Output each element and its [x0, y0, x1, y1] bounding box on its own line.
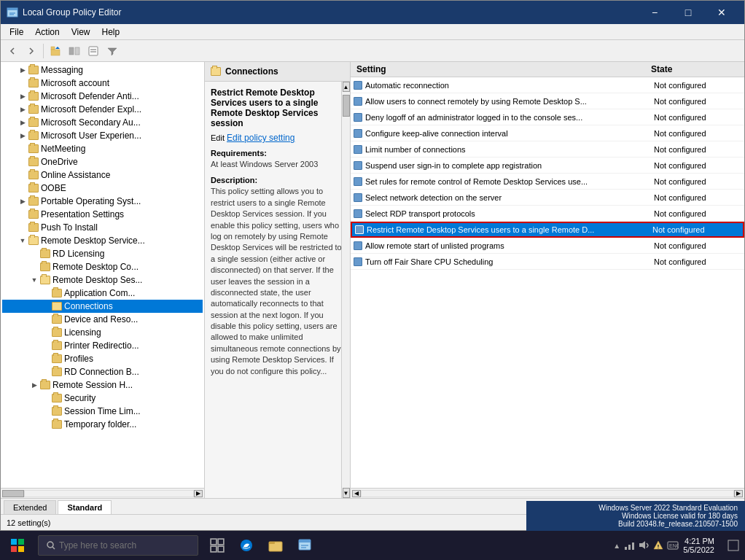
- tree-item-profiles[interactable]: Profiles: [2, 352, 203, 365]
- gpedit-taskbar-icon[interactable]: [292, 531, 318, 560]
- status-text: 12 setting(s): [7, 518, 51, 527]
- settings-row[interactable]: Select network detection on the server N…: [351, 190, 744, 206]
- tree-item-rd-session[interactable]: ▼ Remote Desktop Ses...: [2, 273, 203, 287]
- middle-content: Restrict Remote Desktop Services users t…: [205, 82, 350, 498]
- settings-row[interactable]: Turn off Fair Share CPU Scheduling Not c…: [351, 254, 744, 270]
- properties-button[interactable]: [85, 42, 102, 60]
- right-hscrollbar[interactable]: ◀ ▶: [351, 488, 744, 498]
- requirements-label: Requirements:: [211, 149, 344, 158]
- tree-item-connections[interactable]: Connections: [2, 300, 203, 313]
- settings-row[interactable]: Deny logoff of an administrator logged i…: [351, 109, 744, 125]
- tree-item-app-com[interactable]: Application Com...: [2, 287, 203, 300]
- system-clock[interactable]: 4:21 PM 5/5/2022: [683, 537, 720, 554]
- minimize-button[interactable]: −: [638, 1, 671, 24]
- maximize-button[interactable]: □: [671, 1, 705, 24]
- tree-item-netmeeting[interactable]: NetMeeting: [2, 142, 203, 155]
- tree-item-licensing[interactable]: Licensing: [2, 326, 203, 339]
- tree-item-ms-secondary[interactable]: ▶ Microsoft Secondary Au...: [2, 116, 203, 129]
- svg-rect-17: [211, 539, 217, 545]
- tree-item-ms-account[interactable]: Microsoft account: [2, 77, 203, 90]
- settings-row[interactable]: Automatic reconnection Not configured: [351, 77, 744, 93]
- task-view-button[interactable]: [204, 531, 230, 560]
- tree-item-security[interactable]: Security: [2, 392, 203, 405]
- tree-item-device-res[interactable]: Device and Reso...: [2, 313, 203, 326]
- tree-item-temp-folder[interactable]: Temporary folder...: [2, 418, 203, 431]
- tree-item-rd-licensing[interactable]: RD Licensing: [2, 247, 203, 260]
- tree-label: Profiles: [64, 354, 93, 364]
- tree-label: OOBE: [41, 183, 66, 193]
- tree-item-online-assistance[interactable]: Online Assistance: [2, 168, 203, 182]
- search-input[interactable]: [59, 540, 183, 551]
- settings-list: Automatic reconnection Not configured Al…: [351, 77, 744, 488]
- expand-icon: [40, 353, 52, 365]
- start-button[interactable]: [0, 531, 35, 560]
- edge-icon[interactable]: [233, 531, 260, 560]
- setting-name: Allow users to connect remotely by using…: [365, 97, 654, 106]
- network-icon[interactable]: [623, 540, 635, 551]
- tree-item-oobe[interactable]: OOBE: [2, 182, 203, 195]
- tree-hscrollbar[interactable]: ▶: [1, 488, 204, 498]
- edit-policy-link[interactable]: Edit policy setting: [227, 133, 295, 143]
- show-hide-button[interactable]: [66, 42, 83, 60]
- middle-vscrollbar[interactable]: ▲ ▼: [341, 82, 350, 498]
- up-button[interactable]: [47, 42, 64, 60]
- settings-row[interactable]: Limit number of connections Not configur…: [351, 141, 744, 158]
- tree-label: Device and Reso...: [64, 314, 138, 324]
- settings-row[interactable]: Select RDP transport protocols Not confi…: [351, 206, 744, 222]
- keyboard-icon[interactable]: ENG: [667, 540, 679, 551]
- tree-item-push-install[interactable]: Push To Install: [2, 221, 203, 234]
- tree-item-presentation[interactable]: Presentation Settings: [2, 208, 203, 221]
- tree-item-rd-conn-b[interactable]: RD Connection B...: [2, 365, 203, 378]
- back-button[interactable]: [4, 42, 21, 60]
- settings-row[interactable]: Set rules for remote control of Remote D…: [351, 174, 744, 190]
- taskbar-search[interactable]: [38, 535, 198, 556]
- windows-info-bar: Windows Server 2022 Standard Evaluation …: [526, 501, 745, 531]
- setting-state: Not configured: [654, 241, 741, 250]
- tab-extended[interactable]: Extended: [4, 500, 56, 514]
- close-button[interactable]: ✕: [705, 1, 738, 24]
- toolbar: [1, 40, 744, 62]
- svg-point-32: [658, 548, 658, 548]
- tree-item-rds[interactable]: ▼ Remote Desktop Service...: [2, 234, 203, 247]
- tree-label: Connections: [64, 301, 113, 311]
- volume-icon[interactable]: [638, 540, 650, 551]
- show-desktop-button[interactable]: [728, 540, 739, 551]
- tree-label: RD Licensing: [52, 249, 104, 259]
- forward-button[interactable]: [23, 42, 40, 60]
- settings-row[interactable]: Suspend user sign-in to complete app reg…: [351, 158, 744, 174]
- expand-icon: ▼: [17, 235, 28, 246]
- tree-item-remote-session-h[interactable]: ▶ Remote Session H...: [2, 378, 203, 392]
- clock-time: 4:21 PM: [683, 537, 714, 545]
- tree-item-ms-defender-anti[interactable]: ▶ Microsoft Defender Anti...: [2, 90, 203, 103]
- filter-button[interactable]: [104, 42, 121, 60]
- file-explorer-icon[interactable]: [262, 531, 289, 560]
- tree-container[interactable]: ▶ Messaging Microsoft account ▶ Microsof…: [1, 62, 204, 488]
- menu-action[interactable]: Action: [29, 26, 65, 39]
- tree-item-printer-redir[interactable]: Printer Redirectio...: [2, 339, 203, 352]
- svg-rect-28: [625, 547, 627, 550]
- settings-row[interactable]: Allow users to connect remotely by using…: [351, 93, 744, 109]
- tree-item-rd-connection[interactable]: Remote Desktop Co...: [2, 260, 203, 273]
- menu-file[interactable]: File: [4, 26, 29, 39]
- expand-icon: ▶: [17, 130, 28, 141]
- settings-row[interactable]: Configure keep-alive connection interval…: [351, 125, 744, 141]
- tree-item-ms-defender-expl[interactable]: ▶ Microsoft Defender Expl...: [2, 103, 203, 116]
- settings-row-selected[interactable]: Restrict Remote Desktop Services users t…: [351, 222, 744, 238]
- tree-label: Printer Redirectio...: [64, 341, 139, 351]
- warning-icon[interactable]: [652, 540, 664, 551]
- settings-row[interactable]: Allow remote start of unlisted programs …: [351, 238, 744, 254]
- menu-view[interactable]: View: [66, 26, 96, 39]
- tree-item-ms-user-exp[interactable]: ▶ Microsoft User Experien...: [2, 129, 203, 142]
- wininfo-line3: Build 20348.fe_release.210507-1500: [534, 520, 738, 528]
- setting-name: Set rules for remote control of Remote D…: [365, 177, 654, 186]
- tab-standard[interactable]: Standard: [58, 500, 112, 514]
- menu-help[interactable]: Help: [96, 26, 126, 39]
- svg-rect-5: [51, 50, 60, 55]
- tree-item-portable-os[interactable]: ▶ Portable Operating Syst...: [2, 195, 203, 208]
- tray-chevron[interactable]: ▲: [613, 542, 620, 550]
- tree-item-messaging[interactable]: ▶ Messaging: [2, 63, 203, 77]
- tree-item-onedrive[interactable]: OneDrive: [2, 155, 203, 168]
- folder-icon: [28, 210, 39, 219]
- folder-icon: [52, 407, 62, 416]
- tree-item-session-time[interactable]: Session Time Lim...: [2, 405, 203, 418]
